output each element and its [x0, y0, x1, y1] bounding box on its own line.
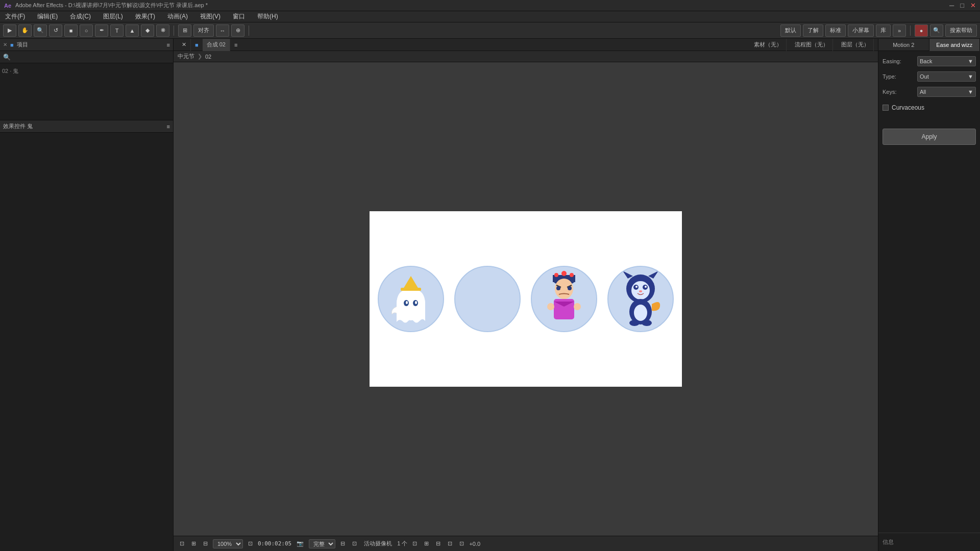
easing-chevron: ▼ — [968, 58, 973, 64]
svg-point-32 — [642, 320, 652, 326]
menu-edit[interactable]: 编辑(E) — [35, 12, 60, 21]
menu-help[interactable]: 帮助(H) — [255, 12, 280, 21]
project-breadcrumb: 02 · 鬼 — [2, 65, 171, 77]
tool-puppet[interactable]: ❋ — [156, 24, 169, 37]
source-tab-close[interactable]: ✕ — [178, 39, 191, 51]
workspace-library[interactable]: 库 — [876, 24, 891, 37]
type-row: Type: Out ▼ — [883, 71, 976, 82]
tool-extra2[interactable]: ⊕ — [231, 24, 244, 37]
workspace-standard[interactable]: 标准 — [825, 24, 846, 37]
effects-panel: 效果控件 鬼 ≡ — [0, 120, 173, 551]
apply-button[interactable]: Apply — [883, 129, 976, 145]
svg-point-15 — [556, 286, 560, 290]
viewer-zoom[interactable]: 100% 50% 200% — [213, 539, 243, 548]
viewer-extra4[interactable]: ⊡ — [446, 539, 454, 548]
search-btn[interactable]: 🔍 — [930, 24, 943, 37]
menu-layer[interactable]: 图层(L) — [101, 12, 125, 21]
char-circle-3 — [531, 266, 597, 332]
source-flowchart[interactable]: 流程图（无） — [791, 39, 833, 51]
project-panel-menu[interactable]: ≡ — [167, 42, 170, 48]
right-panel-tabs: Motion 2 Ease and wizz — [878, 39, 980, 51]
viewer-fit[interactable]: ⊡ — [246, 539, 255, 548]
menu-effects[interactable]: 效果(T) — [133, 12, 157, 21]
record-btn[interactable]: ● — [915, 24, 928, 37]
tool-zoom[interactable]: 🔍 — [34, 24, 47, 37]
project-content: 02 · 鬼 — [0, 63, 173, 79]
project-tab-label[interactable]: 项目 — [17, 41, 28, 48]
svg-point-3 — [406, 301, 408, 304]
char-circle-4 — [607, 266, 674, 332]
workspace-small[interactable]: 小屏幕 — [848, 24, 874, 37]
keys-chevron: ▼ — [968, 89, 973, 95]
viewer-extra2[interactable]: ⊞ — [422, 539, 431, 548]
source-material[interactable]: 素材（无） — [750, 39, 787, 51]
svg-marker-20 — [623, 271, 633, 279]
project-panel: ✕ ■ 项目 ≡ 🔍 02 · 鬼 — [0, 39, 173, 120]
tool-rotate[interactable]: ↺ — [49, 24, 62, 37]
source-layer[interactable]: 图层（无） — [837, 39, 874, 51]
viewer-extra3[interactable]: ⊟ — [434, 539, 443, 548]
keys-value: All — [920, 89, 926, 95]
viewer-grid[interactable]: ⊞ — [189, 539, 198, 548]
effects-panel-menu[interactable]: ≡ — [167, 123, 170, 130]
breadcrumb-frame[interactable]: 02 — [205, 54, 211, 60]
tab-ease-wizz[interactable]: Ease and wizz — [929, 39, 981, 51]
window-title: Adobe After Effects - D:\视课讲师\7月\中元节解说\源… — [15, 2, 208, 9]
tab-motion2[interactable]: Motion 2 — [878, 39, 929, 51]
menu-file[interactable]: 文件(F) — [3, 12, 27, 21]
viewer-sources-bar: ✕ ■ 合成 02 ≡ 素材（无） 流程图（无） 图层（无） — [174, 39, 878, 51]
tool-circle[interactable]: ○ — [80, 24, 93, 37]
type-select[interactable]: Out ▼ — [917, 71, 976, 82]
align-btn[interactable]: 对齐 — [193, 24, 214, 37]
viewer-3d[interactable]: ⊡ — [350, 539, 359, 548]
type-label: Type: — [883, 73, 913, 80]
viewer-area — [174, 62, 878, 536]
workspace-more[interactable]: » — [893, 24, 906, 37]
viewer-timecode: 0:00:02:05 — [258, 540, 291, 547]
effects-tab-label[interactable]: 效果控件 鬼 — [3, 122, 33, 130]
comp-breadcrumb: 中元节 ❯ 02 — [174, 51, 878, 62]
snap-toggle[interactable]: ⊞ — [178, 24, 191, 37]
tool-hand[interactable]: ✋ — [18, 24, 32, 37]
keys-select[interactable]: All ▼ — [917, 87, 976, 97]
maximize-btn[interactable]: □ — [960, 2, 964, 9]
viewer-region[interactable]: ⊟ — [338, 539, 347, 548]
viewer-offset: +0.0 — [469, 541, 480, 547]
workspace-default[interactable]: 默认 — [780, 24, 801, 37]
source-comp02[interactable]: 合成 02 — [203, 39, 230, 51]
menu-window[interactable]: 窗口 — [231, 12, 247, 21]
tool-stamp[interactable]: ◆ — [141, 24, 154, 37]
viewer-camera[interactable]: 📷 — [295, 539, 306, 548]
viewer-resolution[interactable]: 完整 半 — [309, 539, 335, 548]
tool-paint[interactable]: ▲ — [126, 24, 139, 37]
viewer-rulers[interactable]: ⊟ — [201, 539, 210, 548]
menu-view[interactable]: 视图(V) — [198, 12, 223, 21]
project-panel-close[interactable]: ✕ — [3, 42, 7, 47]
viewer-active-cam[interactable]: 活动摄像机 — [362, 539, 394, 548]
workspace-learn[interactable]: 了解 — [803, 24, 823, 37]
tool-select[interactable]: ▶ — [3, 24, 16, 37]
tool-extra1[interactable]: ↔ — [216, 24, 229, 37]
source-comp02-menu[interactable]: ≡ — [234, 42, 237, 48]
project-search-input[interactable] — [13, 54, 170, 60]
center-area: ✕ ■ 合成 02 ≡ 素材（无） 流程图（无） 图层（无） 中元节 ❯ 02 — [174, 39, 878, 551]
curvaceous-checkbox[interactable] — [883, 105, 889, 111]
svg-point-30 — [634, 305, 647, 321]
viewer-snap[interactable]: ⊡ — [178, 539, 186, 548]
ease-wizz-content: Easing: Back ▼ Type: Out ▼ Keys: All — [878, 51, 980, 150]
easing-select[interactable]: Back ▼ — [917, 56, 976, 66]
tool-pen[interactable]: ✒ — [95, 24, 108, 37]
tool-text[interactable]: T — [110, 24, 124, 37]
char-circle-1 — [378, 266, 444, 332]
type-value: Out — [920, 73, 929, 80]
menu-animation[interactable]: 动画(A) — [165, 12, 190, 21]
search-help[interactable]: 搜索帮助 — [945, 24, 977, 37]
minimize-btn[interactable]: ─ — [949, 2, 954, 9]
tool-rect[interactable]: ■ — [64, 24, 78, 37]
breadcrumb-comp-name[interactable]: 中元节 — [178, 53, 194, 60]
easing-label: Easing: — [883, 58, 913, 64]
viewer-extra1[interactable]: ⊡ — [410, 539, 419, 548]
viewer-extra5[interactable]: ⊡ — [457, 539, 466, 548]
close-btn[interactable]: ✕ — [970, 2, 976, 9]
menu-composition[interactable]: 合成(C) — [68, 12, 93, 21]
